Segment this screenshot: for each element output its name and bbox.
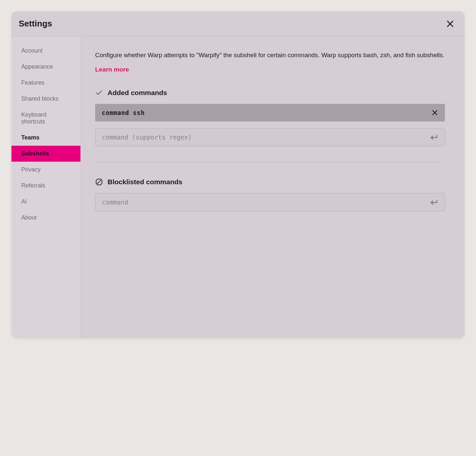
close-icon xyxy=(446,19,455,28)
sidebar-item-appearance[interactable]: Appearance xyxy=(11,59,80,75)
section-header: Blocklisted commands xyxy=(95,178,445,186)
enter-icon xyxy=(428,197,438,207)
sidebar-item-features[interactable]: Features xyxy=(11,75,80,91)
add-command-input-row xyxy=(95,128,445,146)
sidebar-item-label: Appearance xyxy=(21,63,53,70)
check-icon xyxy=(95,89,103,97)
sidebar-item-shared-blocks[interactable]: Shared blocks xyxy=(11,91,80,107)
blocklisted-commands-section: Blocklisted commands xyxy=(95,178,445,211)
command-chip-text: command ssh xyxy=(102,109,144,116)
sidebar-item-teams[interactable]: Teams xyxy=(11,130,80,146)
close-icon xyxy=(431,109,438,116)
enter-icon xyxy=(428,132,438,142)
remove-command-button[interactable] xyxy=(431,109,438,116)
section-header: Added commands xyxy=(95,89,445,97)
sidebar-item-label: About xyxy=(21,214,37,221)
sidebar-item-label: Privacy xyxy=(21,166,41,173)
added-commands-section: Added commands command ssh xyxy=(95,89,445,146)
panel-description: Configure whether Warp attempts to "Warp… xyxy=(95,51,445,60)
submit-blocklist-command-button[interactable] xyxy=(428,197,438,207)
sidebar-item-account[interactable]: Account xyxy=(11,43,80,59)
close-button[interactable] xyxy=(446,19,455,28)
blocklist-command-input[interactable] xyxy=(102,199,428,206)
sidebar-item-about[interactable]: About xyxy=(11,210,80,226)
modal-body: Account Appearance Features Shared block… xyxy=(11,36,465,338)
section-title: Blocklisted commands xyxy=(108,178,182,186)
sidebar-item-keyboard-shortcuts[interactable]: Keyboard shortcuts xyxy=(11,107,80,130)
sidebar-item-label: Features xyxy=(21,79,44,86)
svg-line-5 xyxy=(97,180,101,184)
sidebar-item-label: Teams xyxy=(21,134,40,141)
section-divider xyxy=(95,162,445,162)
sidebar-item-subshells[interactable]: Subshells xyxy=(11,146,80,162)
sidebar-item-label: Subshells xyxy=(21,150,49,157)
section-title: Added commands xyxy=(108,89,167,97)
blocklist-command-input-row xyxy=(95,193,445,211)
sidebar-item-label: Account xyxy=(21,47,42,54)
sidebar-item-referrals[interactable]: Referrals xyxy=(11,178,80,194)
modal-title: Settings xyxy=(19,19,52,29)
add-command-input[interactable] xyxy=(102,134,428,141)
content-panel: Configure whether Warp attempts to "Warp… xyxy=(81,36,465,338)
submit-add-command-button[interactable] xyxy=(428,132,438,142)
command-chip: command ssh xyxy=(95,104,445,122)
sidebar-item-label: Keyboard shortcuts xyxy=(21,111,46,125)
block-icon xyxy=(95,178,103,186)
modal-header: Settings xyxy=(11,11,465,36)
sidebar-item-ai[interactable]: AI xyxy=(11,194,80,210)
learn-more-link[interactable]: Learn more xyxy=(95,66,129,73)
sidebar-item-privacy[interactable]: Privacy xyxy=(11,162,80,178)
sidebar-item-label: Shared blocks xyxy=(21,95,59,102)
sidebar: Account Appearance Features Shared block… xyxy=(11,36,81,338)
settings-modal: Settings Account Appearance Features Sha… xyxy=(11,11,465,338)
sidebar-item-label: AI xyxy=(21,198,27,205)
sidebar-item-label: Referrals xyxy=(21,182,45,189)
